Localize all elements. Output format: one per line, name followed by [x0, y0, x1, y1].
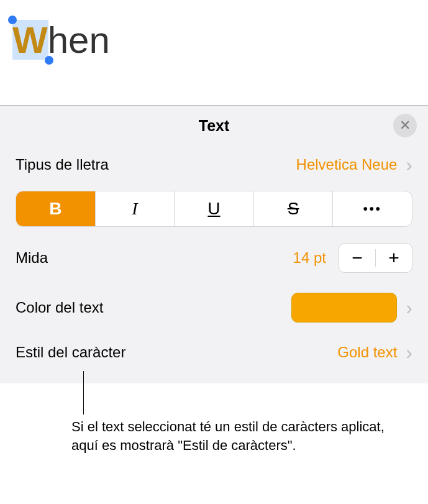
- character-style-label: Estil del caràcter: [16, 344, 337, 361]
- font-label: Tipus de lletra: [16, 156, 296, 173]
- style-segmented-control: B I U S •••: [0, 185, 428, 233]
- close-button[interactable]: ✕: [393, 114, 417, 137]
- callout: Si el text seleccionat té un estil de ca…: [0, 383, 428, 470]
- size-label: Mida: [16, 249, 281, 267]
- text-color-label: Color del text: [16, 299, 291, 316]
- chevron-right-icon: ›: [406, 155, 412, 175]
- size-stepper: − +: [339, 243, 412, 273]
- character-style-value: Gold text: [337, 344, 397, 361]
- color-swatch[interactable]: [291, 293, 397, 323]
- panel-header: Text ✕: [0, 106, 428, 145]
- selected-text[interactable]: When: [12, 19, 110, 62]
- text-rest: hen: [48, 19, 110, 61]
- text-color-row[interactable]: Color del text ›: [0, 283, 428, 332]
- more-styles-button[interactable]: •••: [333, 191, 412, 226]
- size-value: 14 pt: [293, 249, 326, 267]
- underline-button[interactable]: U: [175, 191, 254, 226]
- strikethrough-button[interactable]: S: [254, 191, 334, 226]
- panel-title: Text: [199, 117, 230, 135]
- font-value: Helvetica Neue: [296, 156, 398, 173]
- font-row[interactable]: Tipus de lletra Helvetica Neue ›: [0, 145, 428, 185]
- chevron-right-icon: ›: [406, 298, 412, 318]
- size-row: Mida 14 pt − +: [0, 233, 428, 283]
- size-increase-button[interactable]: +: [376, 244, 412, 272]
- bold-button[interactable]: B: [16, 191, 96, 226]
- character-style-row[interactable]: Estil del caràcter Gold text ›: [0, 332, 428, 372]
- size-decrease-button[interactable]: −: [339, 244, 375, 272]
- minus-icon: −: [352, 247, 363, 268]
- callout-text: Si el text seleccionat té un estil de ca…: [0, 383, 428, 470]
- callout-leader-line: [83, 371, 84, 415]
- chevron-right-icon: ›: [406, 342, 412, 362]
- text-format-panel: Text ✕ Tipus de lletra Helvetica Neue › …: [0, 106, 428, 383]
- more-icon: •••: [363, 202, 382, 216]
- document-canvas[interactable]: When: [0, 0, 428, 106]
- close-icon: ✕: [399, 117, 411, 134]
- text-gold-char: W: [12, 19, 48, 61]
- italic-button[interactable]: I: [96, 191, 175, 226]
- plus-icon: +: [388, 247, 399, 268]
